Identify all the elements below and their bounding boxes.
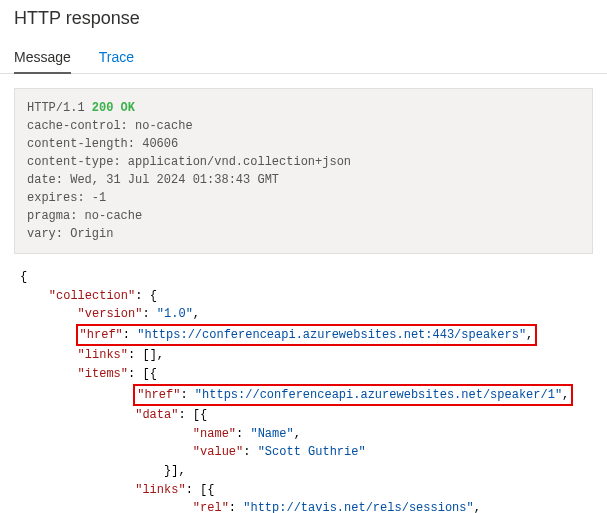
json-value: []	[142, 348, 156, 362]
json-key: "data"	[135, 408, 178, 422]
status-code: 200 OK	[92, 101, 135, 115]
header-expires: expires: -1	[27, 191, 106, 205]
json-value: "http://tavis.net/rels/sessions"	[243, 501, 473, 513]
json-key: "rel"	[193, 501, 229, 513]
header-content-length: content-length: 40606	[27, 137, 178, 151]
json-key: "value"	[193, 445, 243, 459]
json-value: "Scott Guthrie"	[258, 445, 366, 459]
tab-message[interactable]: Message	[14, 49, 71, 73]
json-key: "items"	[78, 367, 128, 381]
json-value: "Name"	[250, 427, 293, 441]
json-value: "https://conferenceapi.azurewebsites.net…	[137, 328, 526, 342]
json-key: "name"	[193, 427, 236, 441]
response-body: { "collection": { "version": "1.0", "hre…	[0, 268, 607, 513]
json-key: "version"	[78, 307, 143, 321]
json-key: "links"	[135, 483, 185, 497]
header-pragma: pragma: no-cache	[27, 209, 142, 223]
tab-trace[interactable]: Trace	[99, 49, 134, 73]
header-cache-control: cache-control: no-cache	[27, 119, 193, 133]
response-headers: HTTP/1.1 200 OK cache-control: no-cache …	[14, 88, 593, 254]
json-key: "collection"	[49, 289, 135, 303]
header-vary: vary: Origin	[27, 227, 113, 241]
json-key: "href"	[137, 388, 180, 402]
header-date: date: Wed, 31 Jul 2024 01:38:43 GMT	[27, 173, 279, 187]
json-value: "https://conferenceapi.azurewebsites.net…	[195, 388, 562, 402]
page-title: HTTP response	[0, 0, 607, 35]
tabs: Message Trace	[0, 35, 607, 74]
json-key: "href"	[80, 328, 123, 342]
highlight-box: "href": "https://conferenceapi.azurewebs…	[76, 324, 538, 347]
json-key: "links"	[78, 348, 128, 362]
protocol: HTTP/1.1	[27, 101, 85, 115]
header-content-type: content-type: application/vnd.collection…	[27, 155, 351, 169]
json-value: "1.0"	[157, 307, 193, 321]
highlight-box: "href": "https://conferenceapi.azurewebs…	[133, 384, 573, 407]
